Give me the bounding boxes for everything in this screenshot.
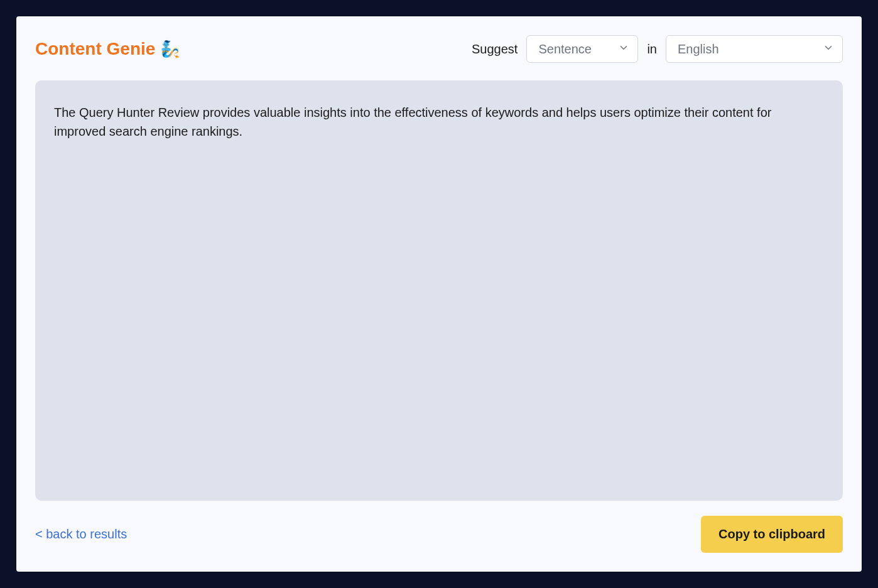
app-container: Content Genie 🧞 Suggest Sentence in Engl… — [16, 16, 862, 572]
controls: Suggest Sentence in English — [472, 35, 843, 63]
content-area: The Query Hunter Review provides valuabl… — [35, 80, 843, 501]
logo: Content Genie 🧞 — [35, 39, 180, 59]
language-select-wrapper: English — [666, 35, 843, 63]
suggest-label: Suggest — [472, 42, 518, 57]
back-to-results-link[interactable]: < back to results — [35, 527, 127, 542]
footer: < back to results Copy to clipboard — [35, 516, 843, 553]
logo-text: Content Genie — [35, 39, 155, 59]
genie-icon: 🧞 — [160, 40, 180, 59]
generated-content: The Query Hunter Review provides valuabl… — [54, 103, 824, 141]
type-select-wrapper: Sentence — [526, 35, 638, 63]
in-label: in — [647, 42, 657, 57]
type-select[interactable]: Sentence — [526, 35, 638, 63]
header: Content Genie 🧞 Suggest Sentence in Engl… — [35, 35, 843, 63]
language-select[interactable]: English — [666, 35, 843, 63]
copy-to-clipboard-button[interactable]: Copy to clipboard — [701, 516, 843, 553]
